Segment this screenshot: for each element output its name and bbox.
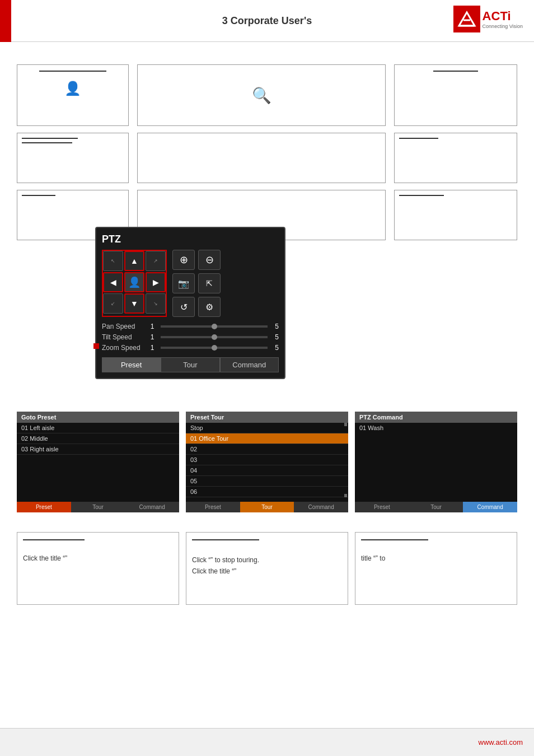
info-panel-2: Click “” to stop touring. Click the titl…: [186, 532, 348, 605]
arrow-dot-ptz: [93, 343, 99, 349]
logo-text-area: ACTi Connecting Vision: [483, 9, 523, 29]
ptz-tab-preset[interactable]: Preset: [102, 357, 161, 372]
ptz-btn-upright[interactable]: ↗: [146, 251, 166, 271]
pan-speed-max: 5: [270, 323, 279, 330]
tour-item-2[interactable]: 02: [186, 444, 348, 455]
ptz-btn-down[interactable]: ▼: [124, 293, 144, 314]
goto-item-3[interactable]: 03 Right aisle: [17, 444, 179, 455]
mid-row: [17, 133, 517, 183]
ptz-btn-downleft[interactable]: ↙: [103, 293, 123, 314]
cmd-tab-command[interactable]: Command: [463, 502, 517, 512]
ptz-btn-upleft[interactable]: ↖: [103, 251, 123, 271]
ptz-tab-command[interactable]: Command: [220, 357, 279, 372]
mid-right-line: [399, 138, 438, 139]
tour-item-6[interactable]: 06: [186, 487, 348, 497]
tour-item-5[interactable]: 05: [186, 476, 348, 487]
zoom-speed-min: 1: [147, 344, 158, 352]
lower-left-line: [22, 195, 55, 196]
panel-mid-right: [394, 133, 517, 183]
zoom-speed-row: Zoom Speed 1 5: [102, 344, 279, 352]
pan-speed-label: Pan Speed: [102, 323, 147, 330]
sub-panels-row: Goto Preset 01 Left aisle 02 Middle 03 R…: [17, 412, 517, 512]
info-panel-1: Click the title “”: [17, 532, 179, 605]
goto-tab-preset[interactable]: Preset: [17, 502, 71, 512]
panel-mid-center: [137, 133, 386, 183]
panel-mid-left: [17, 133, 129, 183]
tour-item-stop[interactable]: Stop: [186, 423, 348, 433]
ptz-layout-btn[interactable]: ⇱: [198, 273, 221, 293]
tour-item-3[interactable]: 03: [186, 455, 348, 465]
ptz-speeds: Pan Speed 1 5 Tilt Speed 1 5 Zoom Speed …: [102, 323, 279, 352]
ptz-tab-tour[interactable]: Tour: [161, 357, 219, 372]
red-bar: [0, 0, 11, 42]
panel-top-left: 👤: [17, 64, 129, 126]
tour-tab-tour[interactable]: Tour: [240, 502, 294, 512]
info-text-3: title “” to: [361, 554, 511, 562]
ptz-settings-btn[interactable]: ⚙: [198, 297, 221, 317]
ptz-tabs: Preset Tour Command: [102, 357, 279, 372]
logo-subtitle: Connecting Vision: [483, 24, 523, 29]
cmd-tab-preset[interactable]: Preset: [355, 502, 409, 512]
ptz-focus-row: 📷 ⇱: [172, 273, 221, 293]
logo-icon: [453, 6, 480, 32]
ptz-btn-left[interactable]: ◀: [103, 272, 123, 292]
zoom-speed-track[interactable]: [161, 347, 268, 349]
ptz-focus-btn[interactable]: 📷: [172, 273, 195, 293]
ptz-command-header: PTZ Command: [355, 412, 517, 423]
tour-tabs: Preset Tour Command: [186, 502, 348, 512]
zoom-speed-label: Zoom Speed: [102, 344, 147, 352]
main-content: 👤 🔍: [0, 42, 534, 251]
panel-top-right: [394, 64, 517, 126]
tilt-speed-track[interactable]: [161, 336, 268, 338]
cmd-tab-tour[interactable]: Tour: [409, 502, 463, 512]
ptz-extra-row: ↺ ⚙: [172, 297, 221, 317]
tour-tab-preset[interactable]: Preset: [186, 502, 240, 512]
ptz-zoom-in-btn[interactable]: ⊕: [172, 250, 195, 270]
tilt-speed-label: Tilt Speed: [102, 333, 147, 341]
goto-preset-header: Goto Preset: [17, 412, 179, 423]
tour-tab-command[interactable]: Command: [294, 502, 348, 512]
website-url: www.acti.com: [479, 738, 523, 746]
goto-tab-command[interactable]: Command: [125, 502, 179, 512]
tour-item-4[interactable]: 04: [186, 465, 348, 476]
header: 3 Corporate User's ACTi Connecting Visio…: [0, 0, 534, 42]
ptz-btn-up[interactable]: ▲: [124, 251, 144, 271]
ptz-rotate-btn[interactable]: ↺: [172, 297, 195, 317]
panel-divider-line: [39, 71, 106, 72]
preset-tour-header: Preset Tour: [186, 412, 348, 423]
ptz-btn-center[interactable]: 👤: [124, 272, 144, 292]
ptz-controls: ↖ ▲ ↗ ◀ 👤 ▶ ↙ ▼ ↘ ⊕ ⊖ 📷 ⇱: [102, 250, 279, 317]
ptz-panel: PTZ ↖ ▲ ↗ ◀ 👤 ▶ ↙ ▼ ↘ ⊕ ⊖ 📷: [95, 227, 285, 379]
cmd-item-1[interactable]: 01 Wash: [355, 423, 517, 433]
top-row: 👤 🔍: [17, 64, 517, 126]
panel-right-line: [433, 71, 478, 72]
page-title: 3 Corporate User's: [222, 15, 312, 27]
tilt-speed-dot: [212, 334, 217, 340]
cmd-tabs: Preset Tour Command: [355, 502, 517, 512]
mid-left-line2: [22, 142, 72, 143]
tilt-speed-min: 1: [147, 333, 158, 341]
svg-marker-0: [459, 12, 475, 26]
ptz-command-panel: PTZ Command 01 Wash Preset Tour Command: [355, 412, 517, 512]
info-line-1: [23, 539, 85, 540]
goto-item-1[interactable]: 01 Left aisle: [17, 423, 179, 433]
ptz-zoom-row: ⊕ ⊖: [172, 250, 221, 270]
panel-lower-right: [394, 190, 517, 240]
goto-tabs: Preset Tour Command: [17, 502, 179, 512]
tilt-speed-max: 5: [270, 333, 279, 341]
ptz-zoom-out-btn[interactable]: ⊖: [198, 250, 221, 270]
tour-item-1[interactable]: 01 Office Tour: [186, 433, 348, 444]
footer: www.acti.com: [0, 728, 534, 756]
pan-speed-dot: [212, 324, 217, 329]
info-line-2: [192, 539, 259, 540]
ptz-btn-right[interactable]: ▶: [146, 272, 166, 292]
panel-top-center: 🔍: [137, 64, 386, 126]
user-icon: 👤: [64, 81, 81, 96]
goto-tab-tour[interactable]: Tour: [71, 502, 125, 512]
info-panel-3: title “” to: [355, 532, 517, 605]
goto-item-2[interactable]: 02 Middle: [17, 433, 179, 444]
ptz-btn-downright[interactable]: ↘: [146, 293, 166, 314]
ptz-dpad: ↖ ▲ ↗ ◀ 👤 ▶ ↙ ▼ ↘: [102, 250, 167, 317]
tilt-speed-row: Tilt Speed 1 5: [102, 333, 279, 341]
pan-speed-track[interactable]: [161, 325, 268, 328]
